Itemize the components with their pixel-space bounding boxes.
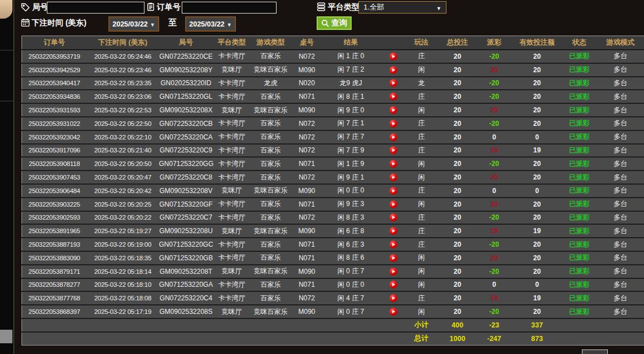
cell-bet_on: 庄 xyxy=(408,224,436,238)
replay-play-button[interactable] xyxy=(389,79,397,87)
cell-round: GN072253220CA xyxy=(159,130,213,144)
column-header-play xyxy=(379,36,408,50)
cell-total: 20 xyxy=(436,184,480,198)
cell-status: 已派彩 xyxy=(566,63,594,77)
cell-result: 闲 8 庄 3 xyxy=(323,211,379,225)
cell-time: 2025-03-22 05:21:40 xyxy=(87,144,159,158)
replay-play-button[interactable] xyxy=(389,187,397,195)
replay-play-button[interactable] xyxy=(389,133,397,141)
cell-status: 已派彩 xyxy=(566,198,594,211)
cell-game: 百家乐 xyxy=(251,144,291,158)
cell-status: 已派彩 xyxy=(566,130,594,144)
cell-table_no: N072 xyxy=(291,291,323,305)
cell-play xyxy=(379,144,408,158)
cell-status: 已派彩 xyxy=(566,117,594,130)
replay-play-button[interactable] xyxy=(389,308,397,316)
cell-time: 2025-03-22 05:18:35 xyxy=(87,251,159,265)
date-to-picker[interactable]: 2025/03/22 xyxy=(185,16,236,32)
cell-payout: 19 xyxy=(480,224,509,238)
cell-time: 2025-03-22 05:23:35 xyxy=(87,77,159,90)
cell-result: 龙9 虎J xyxy=(323,77,379,90)
cell-play xyxy=(379,265,408,278)
cell-status: 已派彩 xyxy=(566,291,594,305)
to-label: 至 xyxy=(168,18,177,28)
cell-empty xyxy=(379,318,408,332)
cell-mode: 多台 xyxy=(594,278,644,292)
cell-bet_on: 庄 xyxy=(408,144,436,158)
cell-status: 已派彩 xyxy=(566,171,594,184)
cell-status: 已派彩 xyxy=(566,251,594,265)
column-header-platform: 平台类型 xyxy=(213,36,251,50)
cell-play xyxy=(379,77,408,90)
cell-valid: 20 xyxy=(509,103,566,117)
cell-order: 250322053906484 xyxy=(22,184,87,198)
date-from-picker[interactable]: 2025/03/22 xyxy=(108,16,159,32)
table-row: 2503220538683972025-03-22 05:17:19GM0902… xyxy=(22,305,644,318)
replay-play-button[interactable] xyxy=(389,146,397,154)
replay-play-button[interactable] xyxy=(389,120,397,128)
cell-order: 250322053902593 xyxy=(22,211,87,225)
replay-play-button[interactable] xyxy=(389,281,397,289)
cell-payout: 20 xyxy=(480,63,509,77)
round-number-label: 局号 xyxy=(32,2,48,12)
replay-play-button[interactable] xyxy=(389,213,397,221)
order-number-input[interactable] xyxy=(182,2,277,14)
cell-empty xyxy=(251,332,291,345)
cell-mode: 多台 xyxy=(594,171,644,184)
replay-play-button[interactable] xyxy=(389,227,397,235)
cell-round: GN072253220C4 xyxy=(159,291,213,305)
cell-table_no: M090 xyxy=(291,265,323,278)
cell-valid: 20 xyxy=(509,171,566,184)
table-row: 2503220539025932025-03-22 05:20:22GN0722… xyxy=(22,211,644,225)
cell-table_no: M090 xyxy=(291,63,323,77)
clipboard-icon xyxy=(146,2,155,11)
cell-play xyxy=(379,50,408,63)
replay-play-button[interactable] xyxy=(389,106,397,114)
subtotal-label: 小计 xyxy=(408,318,436,332)
cell-round: GN072253220C9 xyxy=(159,144,213,158)
cell-mode: 多台 xyxy=(594,211,644,225)
table-row: 2503220538830902025-03-22 05:18:35GN0712… xyxy=(22,251,644,265)
cell-empty xyxy=(22,332,87,345)
round-number-input[interactable] xyxy=(47,2,144,14)
replay-play-button[interactable] xyxy=(389,93,397,100)
cell-round: GN071253220GA xyxy=(159,278,213,292)
replay-play-button[interactable] xyxy=(389,160,397,168)
cell-table_no: N071 xyxy=(291,157,323,171)
search-button[interactable]: 查询 xyxy=(317,16,352,30)
platform-type-select[interactable]: 1.全部 xyxy=(358,1,446,14)
cell-empty xyxy=(159,318,213,332)
replay-play-button[interactable] xyxy=(389,268,397,276)
cell-game: 百家乐 xyxy=(251,171,291,184)
subtotal-valid-bet: 337 xyxy=(509,318,566,332)
cell-bet_on: 庄 xyxy=(408,184,436,198)
cell-total: 20 xyxy=(436,50,480,63)
tag-icon xyxy=(21,3,30,12)
cell-result: 闲 7 庄 2 xyxy=(323,63,379,77)
replay-play-button[interactable] xyxy=(389,66,397,74)
cell-result: 闲 7 庄 9 xyxy=(323,144,379,158)
table-row: 2503220539315932025-03-22 05:22:53GM0902… xyxy=(22,103,644,117)
replay-play-button[interactable] xyxy=(389,241,397,248)
cell-total: 20 xyxy=(436,90,480,103)
cell-empty xyxy=(594,318,644,332)
cell-empty xyxy=(213,318,251,332)
column-header-game: 游戏类型 xyxy=(251,36,291,50)
replay-play-button[interactable] xyxy=(389,53,397,60)
sidebar-scroll-block[interactable] xyxy=(0,330,12,343)
cell-table_no: N071 xyxy=(291,278,323,292)
subtotal-total-bet: 400 xyxy=(436,318,480,332)
replay-play-button[interactable] xyxy=(389,173,397,181)
cell-game: 百家乐 xyxy=(251,130,291,144)
replay-play-button[interactable] xyxy=(389,254,397,262)
cell-empty xyxy=(379,332,408,345)
pagination-button[interactable] xyxy=(582,349,608,354)
cell-status: 已派彩 xyxy=(566,103,594,117)
sidebar-tab-handle[interactable] xyxy=(0,0,12,19)
cell-payout: 0 xyxy=(480,184,509,198)
replay-play-button[interactable] xyxy=(389,294,397,302)
table-row: 2503220539404172025-03-22 05:23:35GN0202… xyxy=(22,77,644,90)
replay-play-button[interactable] xyxy=(389,200,397,208)
cell-status: 已派彩 xyxy=(566,305,594,318)
cell-status: 已派彩 xyxy=(566,211,594,225)
